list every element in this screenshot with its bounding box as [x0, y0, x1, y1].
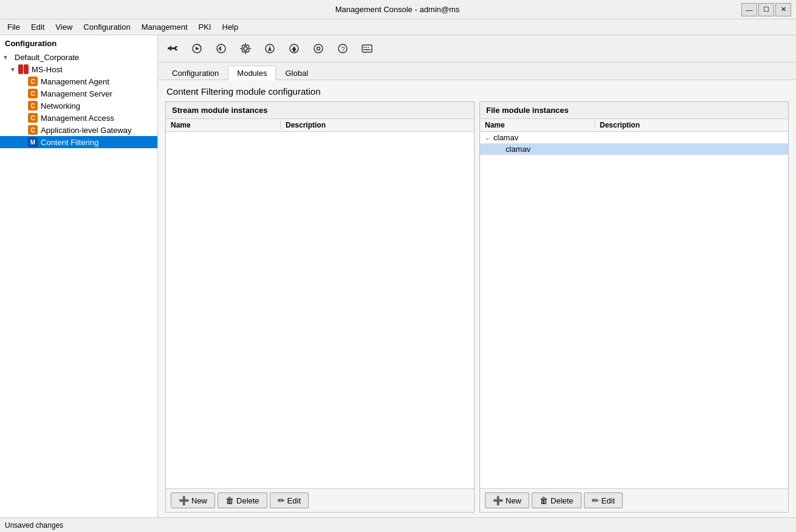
menu-view[interactable]: View	[50, 21, 77, 33]
stream-delete-icon: 🗑	[225, 496, 234, 505]
toolbar-upload-button[interactable]	[283, 38, 305, 60]
sidebar-item-ms-host[interactable]: ▼ MS-Host	[0, 63, 157, 75]
file-panel-header: Name Description	[480, 119, 788, 132]
upload-icon	[288, 43, 300, 55]
file-panel-body: ⌄ clamav clamav	[480, 132, 788, 488]
svg-point-14	[314, 44, 323, 53]
tab-global[interactable]: Global	[276, 66, 317, 80]
file-new-icon: ➕	[493, 496, 503, 505]
monitor-icon	[312, 43, 324, 55]
settings-icon	[239, 43, 252, 55]
toolbar-terminal-button[interactable]	[356, 38, 378, 60]
toolbar-refresh-button[interactable]	[210, 38, 232, 60]
file-row-clamav-item[interactable]: clamav	[480, 143, 788, 155]
stream-panel-title: Stream module instances	[166, 102, 474, 119]
badge-management-server: C	[28, 89, 38, 98]
file-edit-label: Edit	[602, 496, 615, 505]
file-edit-button[interactable]: ✏ Edit	[584, 493, 623, 508]
svg-point-15	[317, 47, 320, 50]
toolbar-settings-button[interactable]	[235, 38, 256, 60]
title-bar-text: Management Console - admin@ms	[53, 5, 741, 14]
file-row-clamav-group[interactable]: ⌄ clamav	[480, 132, 788, 143]
clamav-group-name: clamav	[493, 133, 783, 142]
badge-content-filtering: M	[28, 137, 38, 147]
restore-button[interactable]: ☐	[758, 3, 774, 16]
svg-marker-1	[168, 46, 171, 51]
toolbar-navigate-button[interactable]	[259, 38, 281, 60]
toolbar-forward-button[interactable]	[186, 38, 208, 60]
svg-marker-10	[268, 46, 272, 52]
title-bar: Management Console - admin@ms — ☐ ✕	[0, 0, 796, 19]
badge-networking: C	[28, 101, 38, 111]
menu-help[interactable]: Help	[218, 21, 244, 33]
file-new-button[interactable]: ➕ New	[485, 493, 529, 508]
stream-edit-label: Edit	[287, 496, 301, 505]
forward-icon	[191, 43, 203, 55]
menu-pki[interactable]: PKI	[194, 21, 216, 33]
stream-new-label: New	[191, 496, 207, 505]
sidebar-item-label-content-filtering: Content Filtering	[41, 138, 98, 147]
svg-marker-7	[218, 46, 221, 52]
file-panel-title: File module instances	[480, 102, 788, 119]
file-delete-icon: 🗑	[540, 496, 548, 505]
svg-rect-13	[293, 50, 295, 52]
status-text: Unsaved changes	[5, 521, 63, 530]
menu-configuration[interactable]: Configuration	[78, 21, 135, 33]
menu-bar: File Edit View Configuration Management …	[0, 19, 796, 35]
panels: Stream module instances Name Description…	[158, 101, 796, 517]
toolbar-help-button[interactable]: ?	[332, 38, 354, 60]
sidebar-item-management-agent[interactable]: C Management Agent	[0, 75, 157, 87]
sidebar-item-label-management-server: Management Server	[41, 89, 112, 98]
menu-file[interactable]: File	[2, 21, 25, 33]
stream-edit-icon: ✏	[278, 496, 285, 505]
sidebar-item-label-ms-host: MS-Host	[32, 65, 63, 74]
sidebar-item-label-networking: Networking	[41, 101, 80, 111]
badge-application-gateway: C	[28, 125, 38, 135]
file-delete-button[interactable]: 🗑 Delete	[532, 493, 582, 508]
stream-edit-button[interactable]: ✏ Edit	[270, 493, 309, 508]
tab-configuration[interactable]: Configuration	[163, 66, 228, 80]
clamav-item-name: clamav	[506, 145, 783, 154]
toolbar-back-button[interactable]	[162, 38, 184, 60]
svg-point-8	[244, 47, 247, 50]
sidebar-item-networking[interactable]: C Networking	[0, 100, 157, 112]
stream-panel-footer: ➕ New 🗑 Delete ✏ Edit	[166, 488, 474, 512]
page-title: Content Filtering module configuration	[158, 80, 796, 101]
svg-point-19	[363, 47, 365, 48]
tab-modules[interactable]: Modules	[228, 66, 276, 80]
stream-new-button[interactable]: ➕ New	[171, 493, 215, 508]
stream-delete-button[interactable]: 🗑 Delete	[218, 493, 267, 508]
sidebar-item-content-filtering[interactable]: M Content Filtering	[0, 136, 157, 148]
menu-management[interactable]: Management	[137, 21, 193, 33]
content-area: ? Configuration Modules Global Content F…	[158, 35, 796, 517]
sidebar-item-application-gateway[interactable]: C Application-level Gateway	[0, 124, 157, 136]
sidebar-item-management-access[interactable]: C Management Access	[0, 112, 157, 124]
window-controls: — ☐ ✕	[741, 3, 791, 16]
close-button[interactable]: ✕	[775, 3, 791, 16]
help-icon: ?	[337, 43, 349, 55]
sidebar-title: Configuration	[0, 35, 157, 52]
stream-col-name: Name	[171, 121, 280, 129]
stream-col-desc: Description	[280, 121, 469, 129]
stream-panel-body	[166, 132, 474, 488]
toolbar-monitor-button[interactable]	[307, 38, 329, 60]
menu-edit[interactable]: Edit	[26, 21, 49, 33]
svg-rect-22	[363, 49, 371, 50]
clamav-group-toggle: ⌄	[485, 134, 493, 141]
toolbar: ?	[158, 35, 796, 63]
badge-management-agent: C	[28, 77, 38, 86]
status-bar: Unsaved changes	[0, 517, 796, 532]
tab-bar: Configuration Modules Global	[158, 63, 796, 80]
sidebar-item-management-server[interactable]: C Management Server	[0, 87, 157, 100]
badge-management-access: C	[28, 113, 38, 123]
file-edit-icon: ✏	[592, 496, 599, 505]
sidebar: Configuration ▼ Default_Corporate ▼ MS-H…	[0, 35, 158, 517]
svg-rect-18	[362, 45, 372, 52]
stream-delete-label: Delete	[236, 496, 259, 505]
sidebar-item-default-corporate[interactable]: ▼ Default_Corporate	[0, 52, 157, 63]
file-col-desc: Description	[594, 121, 783, 129]
minimize-button[interactable]: —	[741, 3, 757, 16]
navigate-icon	[264, 43, 276, 55]
sidebar-item-label-default-corporate: Default_Corporate	[15, 53, 79, 62]
stream-panel-header: Name Description	[166, 119, 474, 132]
